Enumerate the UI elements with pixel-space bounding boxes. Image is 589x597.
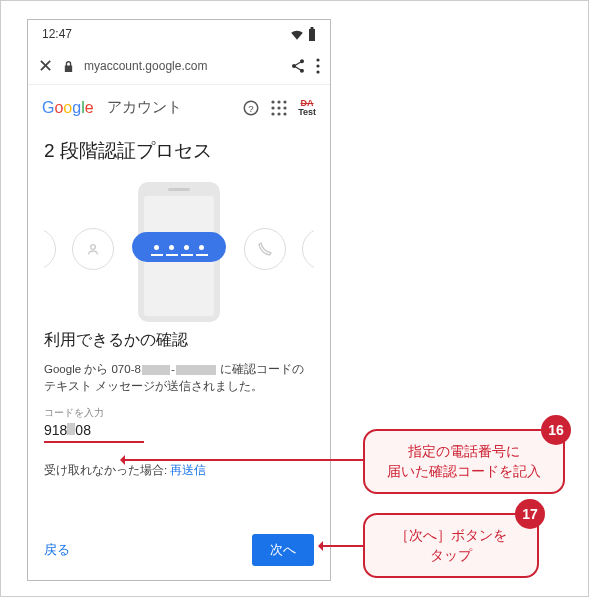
lock-circle-icon [44, 228, 56, 270]
account-label: アカウント [107, 98, 182, 117]
back-button[interactable]: 戻る [44, 541, 70, 559]
svg-point-14 [278, 112, 281, 115]
next-button[interactable]: 次へ [252, 534, 314, 566]
help-icon[interactable]: ? [242, 99, 260, 117]
lock-icon [63, 60, 74, 73]
code-bubble [132, 232, 226, 262]
status-icons [290, 27, 316, 41]
main-content: 2 段階認証プロセス 利用できるかの確認 Google から 070-8- に確… [28, 130, 330, 478]
svg-text:?: ? [248, 102, 254, 113]
code-input[interactable]: 91808 [44, 420, 144, 443]
phone-frame: 12:47 ✕ myaccount.google.com Google アカウン… [27, 19, 331, 581]
callout-number-17: 17 [515, 499, 545, 529]
share-icon[interactable] [290, 58, 306, 74]
description-text: Google から 070-8- に確認コードのテキスト メッセージが送信されま… [44, 361, 314, 396]
battery-icon [308, 27, 316, 41]
svg-point-13 [272, 112, 275, 115]
svg-point-4 [316, 70, 319, 73]
callout-17: 17 ［次へ］ボタンを タップ [363, 513, 539, 578]
redacted-phone-part [176, 365, 216, 375]
profile-badge[interactable]: DA Test [298, 99, 316, 117]
svg-point-9 [284, 100, 287, 103]
section-subtitle: 利用できるかの確認 [44, 330, 314, 351]
svg-point-3 [316, 64, 319, 67]
resend-link[interactable]: 再送信 [170, 464, 206, 476]
code-field-label: コードを入力 [44, 406, 314, 420]
google-header: Google アカウント ? DA Test [28, 84, 330, 130]
wifi-icon [290, 28, 304, 40]
svg-point-2 [316, 58, 319, 61]
key-circle-icon [302, 228, 314, 270]
resend-row: 受け取れなかった場合: 再送信 [44, 463, 314, 478]
callout-16: 16 指定の電話番号に 届いた確認コードを記入 [363, 429, 565, 494]
footer-row: 戻る 次へ [44, 534, 314, 566]
illustration [44, 174, 314, 324]
svg-point-11 [278, 106, 281, 109]
phone-circle-icon [244, 228, 286, 270]
kebab-menu-icon[interactable] [316, 58, 320, 74]
address-bar: ✕ myaccount.google.com [28, 48, 330, 84]
svg-point-7 [272, 100, 275, 103]
page-url: myaccount.google.com [84, 59, 280, 73]
svg-point-8 [278, 100, 281, 103]
svg-point-10 [272, 106, 275, 109]
svg-point-12 [284, 106, 287, 109]
callout-arrow-17 [321, 545, 363, 547]
callout-number-16: 16 [541, 415, 571, 445]
status-time: 12:47 [42, 27, 72, 41]
close-icon[interactable]: ✕ [38, 55, 53, 77]
page-title: 2 段階認証プロセス [44, 138, 314, 164]
svg-rect-0 [309, 29, 315, 41]
status-bar: 12:47 [28, 20, 330, 48]
google-logo: Google [42, 99, 94, 117]
svg-point-15 [284, 112, 287, 115]
callout-text-16: 指定の電話番号に 届いた確認コードを記入 [381, 441, 547, 482]
svg-point-16 [91, 245, 96, 250]
redacted-phone-part [142, 365, 170, 375]
callout-text-17: ［次へ］ボタンを タップ [381, 525, 521, 566]
person-circle-icon [72, 228, 114, 270]
apps-grid-icon[interactable] [270, 99, 288, 117]
callout-arrow-16 [123, 459, 363, 461]
svg-rect-1 [311, 27, 314, 29]
